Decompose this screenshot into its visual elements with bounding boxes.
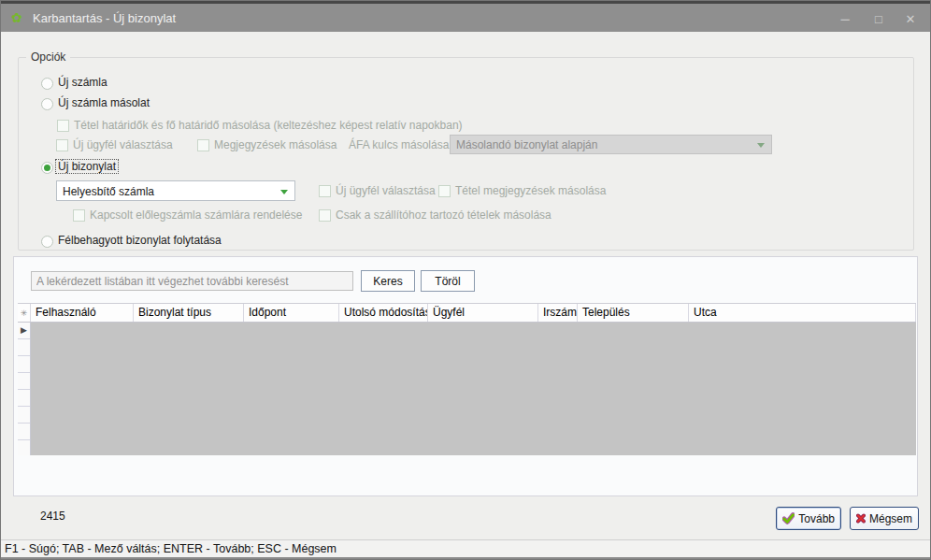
check-icon <box>782 512 795 524</box>
dialog-client-area: Opciók Új számla Új számla másolat Tétel… <box>1 32 930 539</box>
column-header-5[interactable]: Ügyfél <box>428 304 538 322</box>
row-indicator-cell <box>18 373 30 390</box>
checkbox-new-customer-copy <box>56 139 68 151</box>
chevron-down-icon <box>280 190 288 194</box>
checkbox-supplier-items <box>319 209 331 222</box>
record-count: 2415 <box>40 510 65 523</box>
title-bar: ✿ Karbantartás - Új bizonylat ─ □ ✕ <box>1 1 930 32</box>
grid-empty-body[interactable]: ▶ <box>18 323 916 455</box>
status-bar: F1 - Súgó; TAB - Mező váltás; ENTER - To… <box>1 539 930 559</box>
close-icon[interactable]: ✕ <box>896 9 924 30</box>
radio-new-invoice-label[interactable]: Új számla <box>58 76 107 89</box>
column-header-4[interactable]: Utolsó módosítás <box>339 304 428 322</box>
chevron-down-icon <box>757 143 765 148</box>
radio-continue-unfinished-label[interactable]: Félbehagyott bizonylat folytatása <box>58 234 222 247</box>
app-icon: ✿ <box>11 11 22 24</box>
row-indicator-cell: ▶ <box>18 323 30 339</box>
results-panel: Keres Töröl ✳ FelhasználóBizonylat típus… <box>13 256 918 496</box>
checkbox-new-customer-copy-label: Új ügyfél választása <box>73 138 173 151</box>
column-header-3[interactable]: Időpont <box>244 304 339 322</box>
checkbox-new-customer-doc <box>319 185 331 197</box>
row-indicator-cell <box>18 440 30 455</box>
window-title: Karbantartás - Új bizonylat <box>33 11 176 25</box>
row-indicator-column: ▶ <box>18 323 31 455</box>
checkbox-comments-copy <box>197 139 209 151</box>
vat-copy-label: ÁFA kulcs másolása: <box>349 138 452 151</box>
search-input[interactable] <box>31 271 353 291</box>
row-indicator-cell <box>18 356 30 373</box>
cancel-button-label: Mégsem <box>869 512 912 525</box>
column-header-1[interactable]: Felhasználó <box>31 304 134 322</box>
checkbox-linked-advance-label: Kapcsolt előlegszámla számlára rendelése <box>90 208 302 222</box>
column-header-7[interactable]: Település <box>578 304 689 322</box>
column-header-2[interactable]: Bizonylat típus <box>134 304 244 322</box>
column-header-8[interactable]: Utca <box>689 304 916 322</box>
options-group-label: Opciók <box>26 50 70 64</box>
checkbox-linked-advance <box>73 209 85 222</box>
radio-new-invoice[interactable] <box>41 78 53 90</box>
status-bar-text: F1 - Súgó; TAB - Mező váltás; ENTER - To… <box>5 542 337 555</box>
vat-copy-dropdown: Másolandó bizonylat alapján <box>450 135 772 154</box>
radio-continue-unfinished[interactable] <box>41 236 53 248</box>
radio-new-document-label[interactable]: Új bizonylat <box>56 160 118 173</box>
minimize-icon[interactable]: ─ <box>831 9 859 30</box>
cancel-button[interactable]: Mégsem <box>850 507 919 530</box>
checkbox-comments-copy-label: Megjegyzések másolása <box>214 138 337 151</box>
checkbox-new-customer-doc-label: Új ügyfél választása <box>336 184 436 197</box>
checkbox-supplier-items-label: Csak a szállítóhoz tartozó tételek másol… <box>336 208 551 222</box>
current-row-pointer-icon: ▶ <box>21 325 27 335</box>
row-indicator-cell <box>18 390 30 407</box>
radio-new-document[interactable] <box>41 162 53 174</box>
row-indicator-cell <box>18 339 30 356</box>
next-button-label: Tovább <box>798 512 835 525</box>
row-selector-header-icon: ✳ <box>18 304 31 322</box>
vat-copy-dropdown-value: Másolandó bizonylat alapján <box>456 138 752 151</box>
results-grid: ✳ FelhasználóBizonylat típusIdőpontUtols… <box>18 303 916 455</box>
checkbox-item-comments <box>438 185 451 197</box>
radio-invoice-copy[interactable] <box>41 98 53 110</box>
clear-button[interactable]: Töröl <box>421 270 475 292</box>
grid-header-row: ✳ FelhasználóBizonylat típusIdőpontUtols… <box>18 303 916 323</box>
row-indicator-cell <box>18 424 30 440</box>
document-type-dropdown-value: Helyesbítő számla <box>63 185 276 198</box>
cross-icon <box>856 512 866 524</box>
radio-invoice-copy-label[interactable]: Új számla másolat <box>58 96 150 109</box>
dialog-window: ✿ Karbantartás - Új bizonylat ─ □ ✕ Opci… <box>0 0 931 560</box>
checkbox-item-comments-label: Tétel megjegyzések másolása <box>455 184 606 197</box>
column-header-6[interactable]: Irszám. <box>538 304 578 322</box>
next-button[interactable]: Tovább <box>776 507 841 530</box>
checkbox-deadlines <box>57 120 69 132</box>
row-indicator-cell <box>18 407 30 424</box>
maximize-icon[interactable]: □ <box>865 9 893 30</box>
checkbox-deadlines-label: Tétel határidők és fő határidő másolása … <box>74 119 463 132</box>
document-type-dropdown[interactable]: Helyesbítő számla <box>56 180 295 201</box>
search-button[interactable]: Keres <box>361 270 415 292</box>
